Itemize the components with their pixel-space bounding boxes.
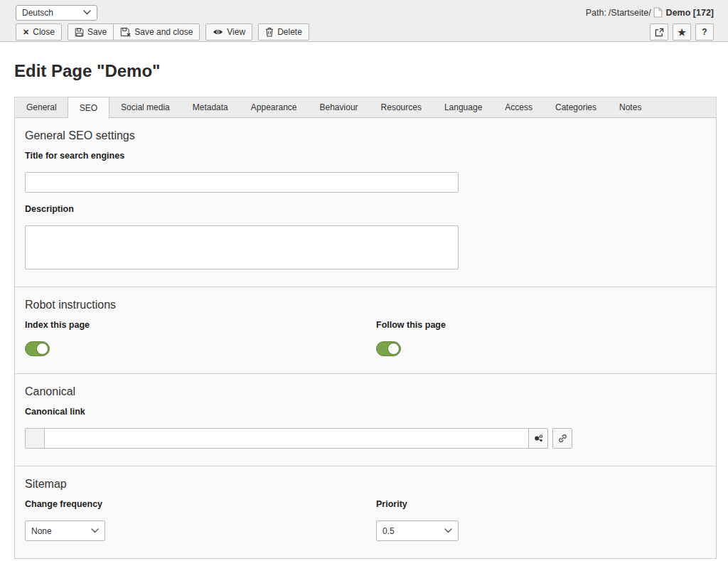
- chevron-down-icon: [83, 10, 91, 15]
- save-and-close-button-label: Save and close: [134, 27, 193, 37]
- star-icon: ★: [678, 28, 686, 37]
- close-button[interactable]: ✕ Close: [16, 23, 62, 41]
- priority-select[interactable]: 0.5: [376, 520, 459, 541]
- section-heading: Robot instructions: [25, 299, 706, 311]
- close-button-label: Close: [33, 27, 55, 37]
- follow-this-page-toggle[interactable]: [376, 341, 401, 356]
- x-close-icon: ✕: [23, 28, 29, 37]
- description-label: Description: [25, 204, 706, 214]
- language-select-value: Deutsch: [22, 8, 53, 18]
- link-browser-button[interactable]: [552, 428, 572, 449]
- tab-seo[interactable]: SEO: [68, 97, 109, 118]
- eye-icon: [213, 28, 223, 36]
- section-heading: Sitemap: [25, 478, 706, 491]
- change-frequency-value: None: [31, 526, 52, 536]
- seo-title-input[interactable]: [25, 172, 459, 193]
- section-heading: Canonical: [25, 385, 706, 398]
- help-label: ?: [702, 27, 707, 37]
- link-chain-icon: [557, 433, 568, 444]
- delete-button[interactable]: Delete: [258, 23, 309, 41]
- path-label: Path:: [586, 8, 606, 18]
- tab-bar: General SEO Social media Metadata Appear…: [14, 97, 717, 117]
- content-area: General SEO Social media Metadata Appear…: [14, 97, 717, 559]
- tab-social-media[interactable]: Social media: [109, 97, 181, 117]
- page-document-icon: [653, 7, 663, 18]
- open-in-new-window-icon: [655, 28, 664, 37]
- floppy-disk-icon: [75, 28, 84, 37]
- canonical-link-label: Canonical link: [25, 407, 706, 417]
- open-in-new-window-button[interactable]: [650, 23, 668, 41]
- tab-language[interactable]: Language: [433, 97, 493, 117]
- save-button[interactable]: Save: [68, 23, 114, 41]
- help-button[interactable]: ?: [695, 23, 714, 41]
- floppy-disk-x-icon: [120, 27, 131, 37]
- description-textarea[interactable]: [25, 225, 459, 269]
- save-and-close-button[interactable]: Save and close: [113, 23, 200, 41]
- tab-resources[interactable]: Resources: [370, 97, 433, 117]
- bookmark-star-button[interactable]: ★: [673, 23, 691, 41]
- tab-appearance[interactable]: Appearance: [240, 97, 309, 117]
- record-browser-button[interactable]: [528, 428, 548, 449]
- view-button[interactable]: View: [205, 23, 252, 41]
- seo-title-label: Title for search engines: [25, 151, 706, 161]
- docheader: Deutsch Path: /Startseite/ Demo [172] ✕ …: [0, 0, 728, 42]
- change-frequency-select[interactable]: None: [25, 520, 105, 541]
- record-browser-icon: [533, 433, 544, 444]
- tab-general[interactable]: General: [15, 97, 68, 117]
- toggle-knob: [387, 343, 400, 355]
- trash-icon: [265, 27, 274, 37]
- save-button-group: Save Save and close: [68, 23, 200, 41]
- priority-value: 0.5: [382, 526, 395, 536]
- delete-button-label: Delete: [277, 27, 302, 37]
- chevron-down-icon: [91, 528, 99, 533]
- index-this-page-label: Index this page: [25, 320, 376, 330]
- tab-metadata[interactable]: Metadata: [181, 97, 240, 117]
- record-title: Demo [172]: [666, 8, 714, 18]
- save-button-label: Save: [87, 27, 107, 37]
- follow-this-page-label: Follow this page: [376, 320, 706, 330]
- breadcrumb: Path: /Startseite/ Demo [172]: [586, 7, 714, 18]
- path-value: /Startseite/: [609, 8, 651, 18]
- index-this-page-toggle[interactable]: [25, 341, 50, 356]
- toggle-knob: [36, 343, 48, 355]
- priority-label: Priority: [376, 499, 706, 509]
- view-button-label: View: [227, 27, 245, 37]
- canonical-link-input[interactable]: [44, 428, 529, 449]
- page-title: Edit Page "Demo": [14, 60, 714, 82]
- canonical-link-addon: [25, 428, 45, 449]
- tab-categories[interactable]: Categories: [544, 97, 608, 117]
- language-select[interactable]: Deutsch: [16, 5, 97, 21]
- chevron-down-icon: [444, 528, 452, 533]
- section-canonical: Canonical Canonical link: [15, 373, 716, 466]
- section-general-seo-settings: General SEO settings Title for search en…: [15, 118, 716, 287]
- section-heading: General SEO settings: [25, 129, 706, 142]
- section-robot-instructions: Robot instructions Index this page Follo…: [15, 287, 716, 373]
- canonical-link-input-group: [25, 428, 706, 449]
- seo-tab-panel: General SEO settings Title for search en…: [14, 117, 717, 559]
- tab-notes[interactable]: Notes: [608, 97, 653, 117]
- tab-access[interactable]: Access: [493, 97, 544, 117]
- section-sitemap: Sitemap Change frequency None Priority 0…: [15, 466, 716, 558]
- tab-behaviour[interactable]: Behaviour: [309, 97, 370, 117]
- change-frequency-label: Change frequency: [25, 499, 376, 509]
